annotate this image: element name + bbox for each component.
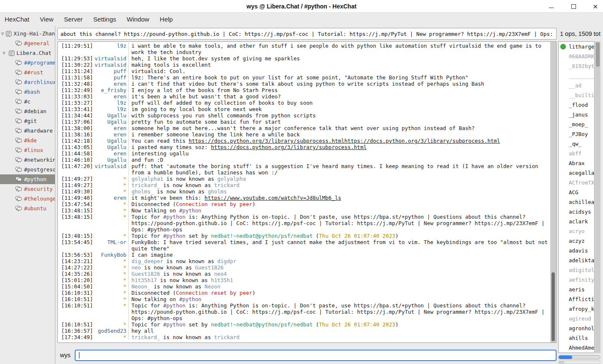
message-input[interactable] <box>75 350 557 361</box>
userlist-item[interactable]: acryo <box>559 226 594 236</box>
userlist-item[interactable]: adeliktas <box>559 255 594 265</box>
menu-item-settings[interactable]: Settings <box>93 16 116 23</box>
tree-item-kde[interactable]: #kde <box>0 136 55 145</box>
userlist-item[interactable]: achilleas <box>559 197 594 207</box>
chat-line: [11:33:41]l9zim going to my local book s… <box>58 106 550 112</box>
userlist-item[interactable]: AhmedAmer <box>559 343 594 353</box>
message-segment: set by <box>185 233 211 239</box>
event-star: * <box>93 182 128 188</box>
chat-message: i want be able to make tools, and other … <box>128 43 550 55</box>
user-nick: _flood <box>569 102 588 108</box>
chat-scrollbar[interactable] <box>550 42 556 342</box>
userlist-item[interactable]: acegalla- <box>559 168 594 178</box>
menu-item-view[interactable]: View <box>40 16 53 23</box>
userlist-item[interactable]: ACG <box>559 187 594 197</box>
tree-item-networking[interactable]: #networking <box>0 155 55 165</box>
event-star: * <box>93 290 128 296</box>
tree-item-git[interactable]: #git <box>0 116 55 126</box>
userlist-item[interactable]: agireud <box>559 314 594 323</box>
message-segment: is now known as <box>160 271 214 277</box>
message-link[interactable]: https://docs.python.org/3/library/subpro… <box>189 138 500 144</box>
message-segment: set by <box>185 321 211 328</box>
tree-item-thelounge[interactable]: #thelounge <box>0 194 55 204</box>
userlist-item[interactable]: _PJBoy <box>559 129 594 139</box>
userlist-item[interactable]: aeris <box>559 285 594 294</box>
message-segment: it's been a while but wasn't that a good… <box>131 93 281 100</box>
userlist-item[interactable]: adavis <box>559 246 594 255</box>
close-button[interactable]: ✕ <box>592 3 599 10</box>
userlist-item[interactable]: Abrax <box>559 158 594 168</box>
userlist-item[interactable]: litharge <box>559 42 594 52</box>
menu-item-help[interactable]: Help <box>160 16 173 23</box>
tree-item-archlinux[interactable]: #archlinux <box>0 77 55 87</box>
userlist-item[interactable]: aczyz <box>559 236 594 246</box>
chat-timestamp: [11:49:30] <box>58 188 93 195</box>
tree-network-label: Xing-Hai-Zhan <box>14 30 55 37</box>
menu-item-window[interactable]: Window <box>127 16 149 23</box>
userlist-item[interactable]: _janus <box>559 110 594 120</box>
menu-item-server[interactable]: Server <box>64 16 83 23</box>
chat-timestamp: [11:47:20] <box>58 163 93 176</box>
tree-item-security[interactable]: #security <box>0 184 55 194</box>
chat-nick: eren <box>93 93 128 100</box>
userlist-item[interactable]: __ad <box>559 81 594 90</box>
userlist-item[interactable]: adigitole <box>559 265 594 275</box>
chat-nick: l9z <box>93 43 128 55</box>
topic-input[interactable]: about this channel? https://pound-python… <box>57 28 557 40</box>
message-link[interactable]: https://docs.python.org/3/library/subpro… <box>211 144 367 150</box>
tree-item-rust[interactable]: ##rust <box>0 68 55 77</box>
userlist-item[interactable]: acidsys <box>559 207 594 217</box>
maximize-button[interactable] <box>570 3 577 10</box>
tree-item-postgresql[interactable]: #postgresql <box>0 165 55 174</box>
message-segment: You can read this <box>131 138 188 144</box>
tree-network-Libera.Chat[interactable]: ▽Libera.Chat <box>0 48 55 58</box>
minimize-button[interactable] <box>548 3 555 10</box>
userlist-item[interactable]: _flood <box>559 100 594 110</box>
tree-item-linux[interactable]: #linux <box>0 145 55 155</box>
tree-item-programming[interactable]: ##programming <box>0 58 55 68</box>
chat-message: l9z: There's an entire book to put on yo… <box>128 74 550 81</box>
userlist-item[interactable]: Affliction <box>559 294 594 304</box>
chat-nick: eren <box>93 195 128 201</box>
chat-scrollbar-thumb[interactable] <box>551 272 555 341</box>
message-segment: is now known as <box>163 176 217 182</box>
userlist-item[interactable]: ahills <box>559 333 594 343</box>
chat-line: [16:10:31]*Disconnected (Connection rese… <box>58 290 550 296</box>
chat-message: trickard_ is now known as trickard <box>128 182 550 188</box>
userlist-item[interactable]: ________ <box>559 71 594 81</box>
expander-icon[interactable]: ▽ <box>1 51 7 55</box>
tree-item-general[interactable]: #general <box>0 38 55 48</box>
menu-item-hexchat[interactable]: HexChat <box>5 16 29 23</box>
userlist-scrollbar-thumb[interactable] <box>596 42 600 67</box>
userlist-item[interactable]: agronholm <box>559 323 594 333</box>
userlist-item[interactable]: aefinity <box>559 275 594 285</box>
tree-item-ubuntu[interactable]: #ubuntu <box>0 204 55 213</box>
tree-item-hardware[interactable]: #hardware <box>0 126 55 136</box>
userlist-item[interactable]: _moep_ <box>559 120 594 129</box>
userlist-item[interactable]: abff <box>559 149 594 158</box>
chat-line: [13:54:45]TML-orFunkyBob: I have tried s… <box>58 239 550 252</box>
message-segment: ) <box>252 290 255 296</box>
message-segment: making tools is excellent <box>131 62 211 68</box>
userlist-scrollbar[interactable] <box>595 41 600 353</box>
message-link[interactable]: https://www.youtube.com/watch?v=Jd8ulMb6… <box>204 195 341 201</box>
tree-item-python[interactable]: #python <box>0 174 55 184</box>
userlist-item[interactable]: __builtin <box>559 90 594 100</box>
tree-item-bash[interactable]: #bash <box>0 87 55 97</box>
userlist-item[interactable]: 068AADRKN <box>559 52 594 61</box>
expander-icon[interactable]: ▽ <box>1 31 4 36</box>
userlist-item[interactable]: afropy_ke <box>559 304 594 314</box>
user-nick: aefinity <box>569 277 594 283</box>
user-nick: 068AADRKN <box>569 53 595 60</box>
userlist-item[interactable]: _8192byte <box>559 61 594 71</box>
userlist-item[interactable]: aclark <box>559 217 594 226</box>
event-star: * <box>93 283 128 290</box>
tree-item-debian[interactable]: #debian <box>0 106 55 116</box>
tree-item-c[interactable]: #c <box>0 97 55 106</box>
chat-timestamp: [17:34:49] <box>58 334 93 340</box>
tree-network-Xing-Hai-Zhan[interactable]: ▽Xing-Hai-Zhan <box>0 29 55 38</box>
message-segment: with subprocess you run shell commands f… <box>131 112 316 119</box>
userlist-item[interactable]: _qw_ <box>559 139 594 149</box>
userlist-item[interactable]: ACfromTX <box>559 178 594 187</box>
message-segment: ) <box>252 201 255 207</box>
